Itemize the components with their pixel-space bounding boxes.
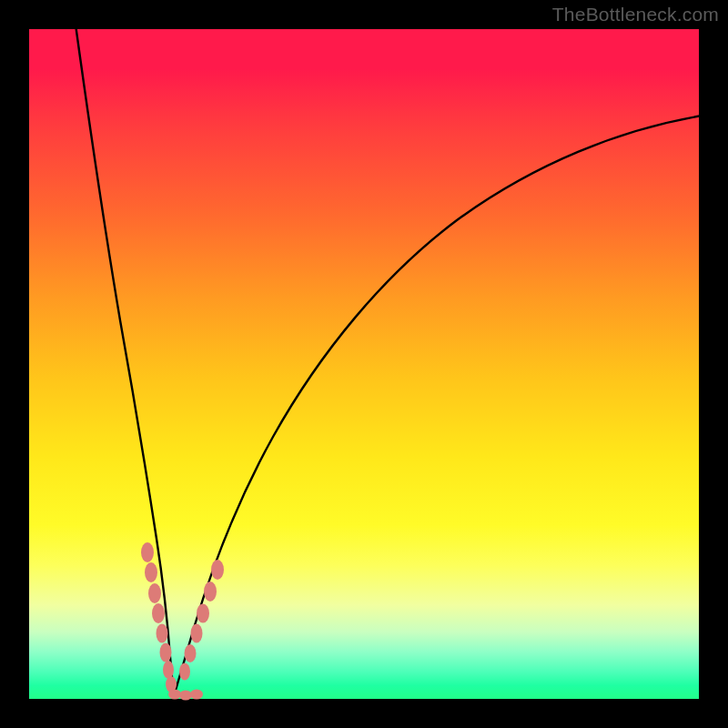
marker-left: [160, 643, 172, 662]
marker-left: [152, 603, 165, 623]
marker-right: [179, 663, 190, 681]
marker-min: [190, 690, 203, 700]
marker-right: [204, 581, 217, 602]
chart-frame: TheBottleneck.com: [0, 0, 728, 728]
chart-svg: [29, 29, 699, 699]
marker-min: [179, 691, 192, 701]
marker-right: [191, 624, 203, 643]
attribution-text: TheBottleneck.com: [552, 4, 719, 25]
marker-right: [185, 644, 197, 662]
plot-area: [29, 29, 699, 699]
marker-min: [168, 690, 181, 700]
curve-right-branch: [174, 116, 703, 696]
marker-right: [197, 604, 209, 623]
marker-group: [141, 542, 224, 701]
marker-left: [141, 542, 154, 562]
marker-left: [157, 624, 168, 643]
marker-left: [163, 661, 174, 679]
marker-right: [211, 560, 224, 580]
marker-left: [148, 583, 161, 603]
marker-left: [145, 562, 157, 582]
